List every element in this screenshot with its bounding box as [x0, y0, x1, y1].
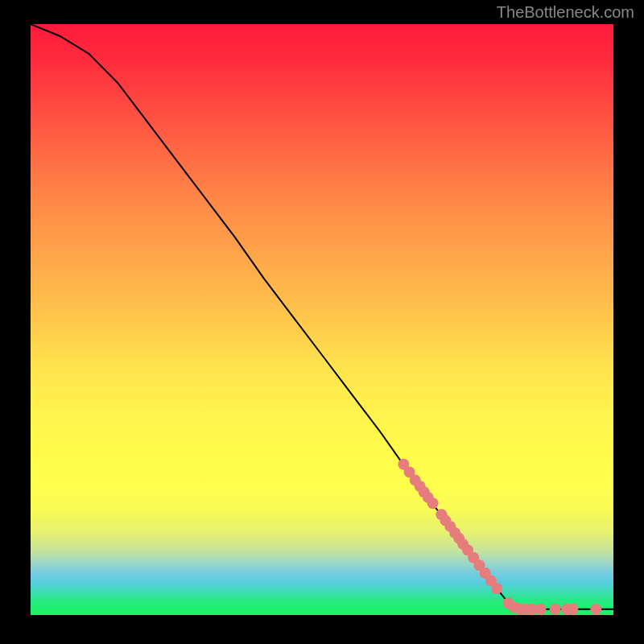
chart-point — [567, 604, 578, 615]
chart-point — [427, 497, 439, 509]
chart-svg-overlay — [31, 24, 613, 615]
chart-curve — [31, 24, 613, 609]
chart-point — [550, 604, 561, 615]
chart-point — [535, 604, 547, 615]
attribution-text: TheBottleneck.com — [497, 3, 634, 22]
chart-highlighted-points — [398, 459, 601, 615]
chart-point — [590, 604, 601, 615]
chart-plot-area — [31, 24, 613, 615]
chart-point — [491, 583, 502, 594]
